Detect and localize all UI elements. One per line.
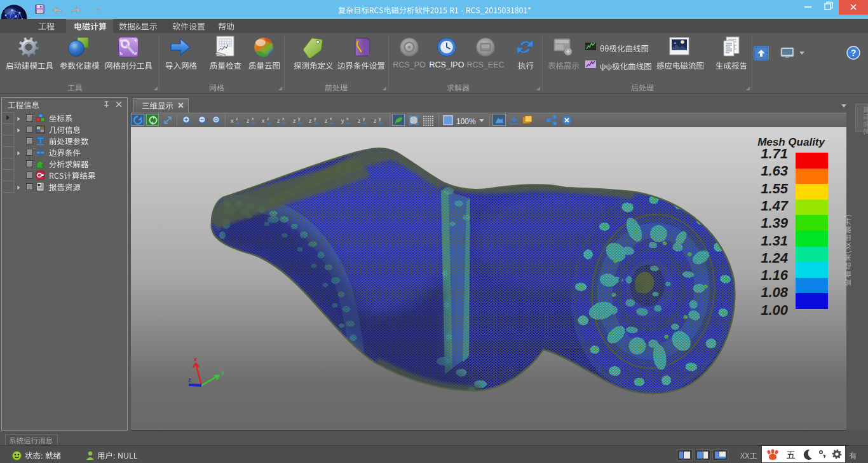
svg-text:z: z — [293, 118, 296, 124]
svg-text:y: y — [341, 118, 344, 124]
svg-text:?: ? — [851, 48, 857, 58]
svg-text:x: x — [194, 356, 197, 363]
svg-text:z: z — [374, 118, 377, 124]
svg-text:y: y — [314, 116, 316, 121]
svg-text:z: z — [309, 118, 312, 124]
svg-text:x: x — [282, 116, 285, 121]
svg-text:z: z — [236, 116, 238, 121]
svg-text:x: x — [346, 116, 349, 121]
svg-text:z: z — [188, 377, 191, 383]
svg-text:x: x — [252, 116, 254, 121]
svg-text:z: z — [358, 118, 361, 124]
svg-text:x: x — [231, 118, 234, 124]
svg-text:z: z — [277, 118, 280, 124]
svg-text:x: x — [262, 118, 265, 124]
svg-text:z: z — [247, 118, 250, 124]
svg-text:y: y — [221, 369, 224, 375]
svg-text:y: y — [363, 116, 365, 121]
svg-text:y: y — [379, 116, 381, 121]
svg-text:z: z — [325, 118, 328, 124]
svg-text:x: x — [330, 116, 332, 121]
svg-text:y: y — [298, 116, 301, 121]
svg-text:z: z — [267, 116, 269, 121]
svg-text:c: c — [674, 41, 676, 45]
